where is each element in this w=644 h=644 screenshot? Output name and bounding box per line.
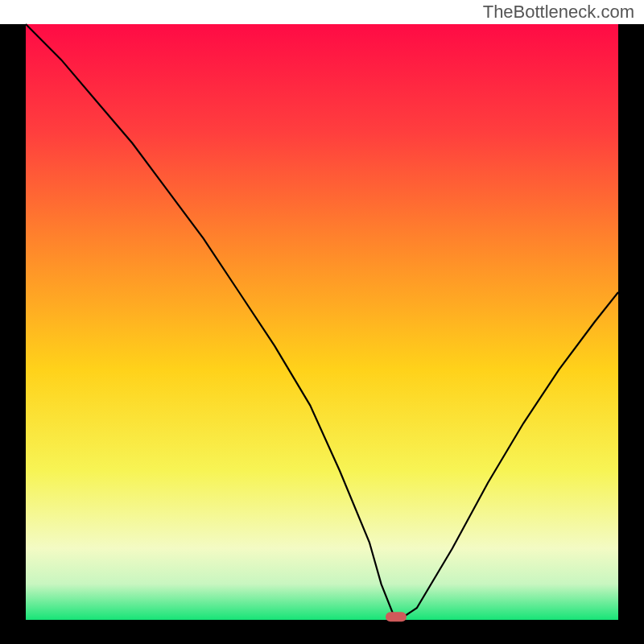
plot-background [26,24,618,620]
optimal-marker [386,612,407,621]
watermark-text: TheBottleneck.com [483,2,634,23]
frame-right [618,24,644,644]
chart-container: TheBottleneck.com [0,0,644,644]
frame-left [0,24,26,644]
frame-bottom [0,620,644,644]
bottleneck-chart [0,0,644,644]
